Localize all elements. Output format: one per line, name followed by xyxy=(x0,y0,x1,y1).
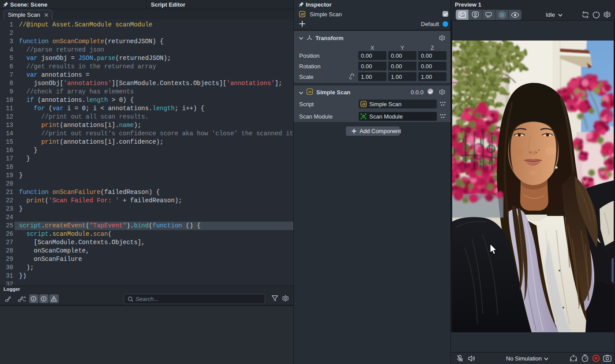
svg-text:JS: JS xyxy=(308,90,312,93)
svg-text:JS: JS xyxy=(362,103,366,106)
svg-text:JS: JS xyxy=(300,13,304,16)
